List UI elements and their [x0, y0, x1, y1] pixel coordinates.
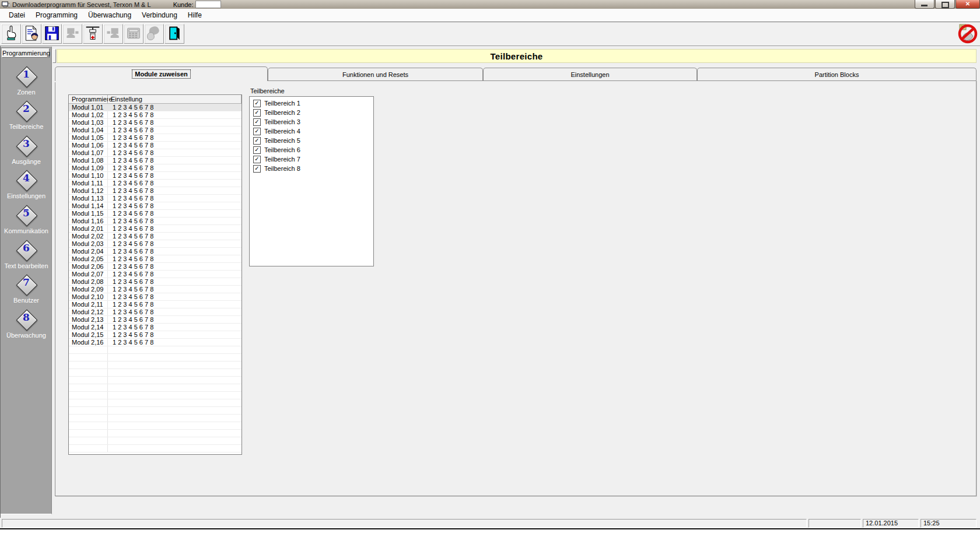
sidebar-item-kommunikation[interactable]: 5Kommunikation	[1, 199, 52, 234]
menu-item-programming[interactable]: Programming	[30, 9, 83, 21]
table-row[interactable]: Modul 2,101 2 3 4 5 6 7 8	[69, 293, 242, 301]
customer-file-icon	[23, 25, 40, 43]
table-row[interactable]: Modul 2,111 2 3 4 5 6 7 8	[69, 301, 242, 308]
sidebar-item-teilbereiche[interactable]: 2Teilbereiche	[1, 96, 52, 131]
toolbar	[0, 22, 980, 46]
alarm-device-button[interactable]	[83, 24, 103, 44]
table-row[interactable]: Modul 2,011 2 3 4 5 6 7 8	[69, 225, 242, 233]
splitter-handle[interactable]	[52, 49, 56, 63]
customer-input[interactable]	[195, 1, 221, 8]
checkbox-checked-icon[interactable]: ✓	[253, 118, 261, 126]
table-row[interactable]: Modul 2,021 2 3 4 5 6 7 8	[69, 233, 242, 240]
tab-funktionen-und-resets[interactable]: Funktionen und Resets	[268, 68, 483, 81]
table-row[interactable]: Modul 1,071 2 3 4 5 6 7 8	[69, 149, 242, 157]
table-row[interactable]: Modul 1,081 2 3 4 5 6 7 8	[69, 157, 242, 164]
menu-item-hilfe[interactable]: Hilfe	[183, 9, 207, 21]
maximize-button[interactable]	[935, 0, 955, 9]
module-cell: Modul 2,12	[69, 308, 108, 315]
table-row[interactable]: Modul 2,081 2 3 4 5 6 7 8	[69, 278, 242, 286]
module-cell: Modul 1,07	[69, 149, 108, 156]
save-button[interactable]	[42, 24, 62, 44]
checkbox-checked-icon[interactable]: ✓	[253, 100, 261, 107]
setting-cell: 1 2 3 4 5 6 7 8	[108, 127, 242, 134]
sidebar-item-number: 2	[16, 103, 37, 114]
checkbox-checked-icon[interactable]: ✓	[253, 156, 261, 163]
partition-item-teilbereich-4[interactable]: ✓Teilbereich 4	[250, 127, 373, 136]
module-cell: Modul 2,03	[69, 240, 108, 247]
close-icon: ✕	[965, 1, 970, 7]
table-row[interactable]: Modul 1,141 2 3 4 5 6 7 8	[69, 202, 242, 210]
table-row[interactable]: Modul 2,091 2 3 4 5 6 7 8	[69, 286, 242, 293]
partition-item-teilbereich-6[interactable]: ✓Teilbereich 6	[250, 145, 373, 155]
sidebar-item-number: 1	[16, 68, 37, 80]
column-header-einstellung[interactable]: Einstellung	[108, 95, 242, 104]
table-row[interactable]: Modul 2,151 2 3 4 5 6 7 8	[69, 331, 242, 339]
partition-item-teilbereich-1[interactable]: ✓Teilbereich 1	[250, 99, 373, 108]
table-row[interactable]: Modul 2,031 2 3 4 5 6 7 8	[69, 240, 242, 248]
checkbox-checked-icon[interactable]: ✓	[253, 109, 261, 117]
menu-item-verbindung[interactable]: Verbindung	[136, 9, 183, 21]
menu-item-datei[interactable]: Datei	[4, 9, 30, 21]
table-row[interactable]: Modul 1,041 2 3 4 5 6 7 8	[69, 127, 242, 134]
table-row[interactable]: Modul 2,061 2 3 4 5 6 7 8	[69, 263, 242, 271]
setting-cell: 1 2 3 4 5 6 7 8	[108, 217, 242, 224]
table-row[interactable]: Modul 1,021 2 3 4 5 6 7 8	[69, 111, 242, 119]
partition-item-teilbereich-5[interactable]: ✓Teilbereich 5	[250, 136, 373, 145]
module-cell: Modul 2,11	[69, 301, 108, 308]
table-row[interactable]: Modul 2,071 2 3 4 5 6 7 8	[69, 271, 242, 278]
column-header-programmiere[interactable]: Programmiere	[69, 95, 108, 104]
module-cell: Modul 1,10	[69, 172, 108, 179]
tab-label: Einstellungen	[570, 71, 609, 78]
close-button[interactable]: ✕	[956, 0, 980, 9]
checkbox-checked-icon[interactable]: ✓	[253, 137, 261, 145]
table-row-empty	[69, 362, 242, 369]
pointer-hand-button[interactable]	[1, 24, 21, 44]
checkbox-checked-icon[interactable]: ✓	[253, 165, 261, 173]
checkbox-checked-icon[interactable]: ✓	[253, 128, 261, 135]
sidebar-item-zonen[interactable]: 1Zonen	[1, 61, 52, 96]
table-row[interactable]: Modul 2,161 2 3 4 5 6 7 8	[69, 339, 242, 346]
sidebar-item-einstellungen[interactable]: 4Einstellungen	[1, 165, 52, 200]
table-row[interactable]: Modul 1,161 2 3 4 5 6 7 8	[69, 217, 242, 225]
sidebar-item-benutzer[interactable]: 7Benutzer	[1, 269, 52, 304]
partition-item-teilbereich-3[interactable]: ✓Teilbereich 3	[250, 117, 373, 127]
customer-file-button[interactable]	[22, 24, 41, 44]
module-cell: Modul 1,16	[69, 217, 108, 224]
table-row[interactable]: Modul 2,051 2 3 4 5 6 7 8	[69, 255, 242, 263]
partition-item-teilbereich-2[interactable]: ✓Teilbereich 2	[250, 108, 373, 117]
table-row[interactable]: Modul 1,111 2 3 4 5 6 7 8	[69, 180, 242, 187]
table-row[interactable]: Modul 1,151 2 3 4 5 6 7 8	[69, 210, 242, 217]
table-row[interactable]: Modul 1,031 2 3 4 5 6 7 8	[69, 119, 242, 127]
setting-cell: 1 2 3 4 5 6 7 8	[108, 134, 242, 141]
table-row[interactable]: Modul 1,101 2 3 4 5 6 7 8	[69, 172, 242, 180]
module-cell: Modul 2,16	[69, 339, 108, 346]
partition-item-label: Teilbereich 8	[264, 165, 300, 172]
minimize-button[interactable]	[915, 0, 935, 9]
table-row[interactable]: Modul 2,121 2 3 4 5 6 7 8	[69, 308, 242, 316]
sidebar-item-ausgange[interactable]: 3Ausgänge	[1, 130, 52, 165]
table-row[interactable]: Modul 2,041 2 3 4 5 6 7 8	[69, 248, 242, 255]
diamond-icon: 6	[16, 240, 37, 261]
table-row[interactable]: Modul 1,121 2 3 4 5 6 7 8	[69, 187, 242, 195]
partition-item-teilbereich-7[interactable]: ✓Teilbereich 7	[250, 155, 373, 164]
table-row[interactable]: Modul 1,051 2 3 4 5 6 7 8	[69, 134, 242, 142]
table-row[interactable]: Modul 1,011 2 3 4 5 6 7 8	[69, 104, 242, 111]
table-row[interactable]: Modul 1,091 2 3 4 5 6 7 8	[69, 164, 242, 172]
tab-partition-blocks[interactable]: Partition Blocks	[697, 68, 977, 81]
setting-cell: 1 2 3 4 5 6 7 8	[108, 286, 242, 293]
table-row[interactable]: Modul 2,141 2 3 4 5 6 7 8	[69, 324, 242, 331]
table-row[interactable]: Modul 2,131 2 3 4 5 6 7 8	[69, 316, 242, 324]
tab-module-zuweisen[interactable]: Module zuweisen	[55, 66, 268, 81]
table-row[interactable]: Modul 1,061 2 3 4 5 6 7 8	[69, 142, 242, 149]
tab-einstellungen[interactable]: Einstellungen	[483, 68, 697, 81]
menu-item-uberwachung[interactable]: Überwachung	[83, 9, 136, 21]
checkbox-checked-icon[interactable]: ✓	[253, 146, 261, 154]
table-row[interactable]: Modul 1,131 2 3 4 5 6 7 8	[69, 195, 242, 202]
sidebar-header-button[interactable]: Programmierung	[2, 48, 50, 58]
module-cell: Modul 2,02	[69, 233, 108, 240]
sidebar-item-text-bearbeiten[interactable]: 6Text bearbeiten	[1, 234, 52, 269]
pc-transfer-icon	[105, 25, 121, 43]
exit-door-button[interactable]	[164, 24, 184, 44]
sidebar-item-uberwachung[interactable]: 8Überwachung	[1, 304, 52, 339]
partition-item-teilbereich-8[interactable]: ✓Teilbereich 8	[250, 164, 373, 173]
